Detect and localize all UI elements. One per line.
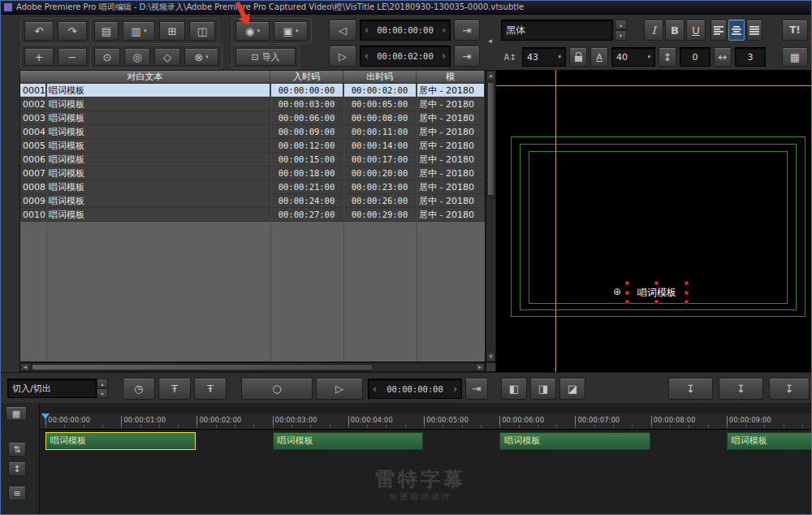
timer-button[interactable]: ◷ [123,378,155,400]
align-left-button[interactable] [710,19,727,41]
timeline-clip[interactable]: 唱词模板 [727,432,811,450]
position-center-button[interactable]: ◨ [530,378,556,400]
timeline-track[interactable]: 唱词模板唱词模板唱词模板唱词模板 [40,431,811,452]
vertical-scroll-thumb[interactable] [487,82,495,196]
text-tool-b-button[interactable]: Ŧ [194,378,227,400]
remove-row-button[interactable]: − [58,48,87,66]
insert-both-button[interactable]: ↧ [769,378,810,400]
preview-monitor[interactable]: ⊕ 唱词模板 [496,70,811,372]
resize-handle[interactable] [654,300,659,304]
current-timecode-value[interactable]: 00:00:00:00 [387,384,443,394]
vertical-scrollbar[interactable]: ▴ ▾ [486,70,496,362]
stepper-down-button[interactable]: ▾ [615,30,627,41]
import-button[interactable]: ⊡ 导入 [235,48,296,66]
align-center-button[interactable] [728,19,745,41]
resize-handle[interactable] [625,300,629,304]
apply-in-button[interactable]: ⇥ [454,19,480,41]
new-file-button[interactable]: ▤ [94,21,119,41]
horizontal-scrollbar[interactable]: ◂ ▸ [19,362,486,372]
timeline-ruler[interactable]: 00:00:00:0000:00:01:0000:00:02:0000:00:0… [40,413,811,430]
decrement-button[interactable]: ‹ [365,50,369,62]
italic-button[interactable]: I [644,19,663,41]
collapse-panel-button[interactable]: ◂ [485,32,495,50]
go-to-end-button[interactable]: ⇥ [465,378,488,400]
mark-in-button[interactable]: ◁ [329,19,356,41]
scroll-up-button[interactable]: ▴ [486,71,495,80]
decrement-button[interactable]: ‹ [365,24,369,36]
header-dialogue[interactable]: 对白文本 [20,71,270,83]
title-tool-button[interactable]: T! [782,19,808,41]
timeline-clip[interactable]: 唱词模板 [273,432,423,450]
resize-handle[interactable] [625,291,629,295]
kerning-field[interactable]: 3 [735,47,766,67]
stepper-up-button[interactable]: ▴ [615,19,627,30]
table-row[interactable]: 0001 唱词模板 00:00:00:00 00:00:02:00 居中 - 2… [20,84,485,97]
playhead[interactable] [41,413,50,419]
align-justify-button[interactable] [746,19,762,41]
table-row[interactable]: 0009 唱词模板 00:00:24:00 00:00:26:00 居中 - 2… [20,194,485,208]
kerning-button[interactable]: ↔ [714,47,732,67]
scroll-down-button[interactable]: ▾ [486,352,495,361]
check-button[interactable]: ◇ [154,48,180,66]
resize-handle[interactable] [625,281,629,285]
apply-out-button[interactable]: ⇥ [454,45,480,67]
insert-in-button[interactable]: ↧ [668,378,713,400]
resize-handle[interactable] [654,281,659,285]
save-button[interactable]: ◫ [189,21,215,41]
table-row[interactable]: 0005 唱词模板 00:00:12:00 00:00:14:00 居中 - 2… [20,139,485,153]
text-tool-a-button[interactable]: Ŧ [158,378,191,400]
increment-button[interactable]: › [453,383,457,395]
track-grid-button[interactable]: ▦ [6,406,27,421]
find-button[interactable]: ⊙ [94,48,120,66]
line-spacing-button[interactable]: ↕ [659,47,676,67]
scroll-right-button[interactable]: ▸ [475,363,485,371]
table-row[interactable]: 0003 唱词模板 00:00:06:00 00:00:08:00 居中 - 2… [20,111,485,125]
in-timecode-value[interactable]: 00:00:00:00 [377,25,434,35]
increment-button[interactable]: › [442,24,446,36]
table-row[interactable]: 0008 唱词模板 00:00:21:00 00:00:23:00 居中 - 2… [20,180,485,194]
table-row[interactable]: 0010 唱词模板 00:00:27:00 00:00:29:00 居中 - 2… [20,208,485,222]
font-size-combo[interactable]: 43 ▾ [522,47,566,67]
insert-out-button[interactable]: ↧ [719,378,763,400]
timeline-clip[interactable]: 唱词模板 [45,432,196,450]
record-button[interactable]: ○ [241,378,313,400]
header-time-in[interactable]: 入时码 [270,71,343,83]
baseline-button[interactable]: A [590,47,608,67]
outline-size-combo[interactable]: 40 ▾ [611,47,655,67]
track-list-button[interactable]: ≡ [8,486,26,500]
add-row-button[interactable]: + [24,48,54,66]
undo-button[interactable]: ↶ [24,21,54,41]
copy-button[interactable]: ⊞ [159,21,185,41]
position-left-button[interactable]: ◧ [501,378,527,400]
underline-button[interactable]: U [686,19,706,41]
table-row[interactable]: 0002 唱词模板 00:00:03:00 00:00:05:00 居中 - 2… [20,97,485,111]
table-row[interactable]: 0004 唱词模板 00:00:09:00 00:00:11:00 居中 - 2… [20,125,485,139]
header-style[interactable]: 模 [417,71,485,83]
play-button[interactable]: ▷ [316,378,363,400]
horizontal-scroll-thumb[interactable] [32,364,373,370]
mark-out-button[interactable]: ▷ [329,45,356,67]
scroll-left-button[interactable]: ◂ [20,363,30,371]
bold-button[interactable]: B [665,19,685,41]
decrement-button[interactable]: ‹ [373,383,377,395]
track-zoom-button[interactable]: ↕ [8,461,26,476]
inout-mode-combo[interactable]: 切入/切出 [7,379,97,398]
table-row[interactable]: 0007 唱词模板 00:00:18:00 00:00:20:00 居中 - 2… [20,167,485,180]
template-button[interactable]: ▣▾ [274,21,308,41]
zoom-button[interactable]: ◎ [124,48,150,66]
open-file-button[interactable]: ▥▾ [123,21,155,41]
timeline-clip[interactable]: 唱词模板 [499,432,650,450]
resize-handle[interactable] [685,281,689,285]
header-time-out[interactable]: 出时码 [343,71,417,83]
out-timecode-value[interactable]: 00:00:02:00 [377,51,434,61]
stepper-up-button[interactable]: ▴ [97,379,108,388]
position-right-button[interactable]: ◪ [559,378,585,400]
title-object[interactable]: ⊕ 唱词模板 [628,283,686,301]
table-row[interactable]: 0006 唱词模板 00:00:15:00 00:00:17:00 居中 - 2… [20,153,485,167]
increment-button[interactable]: › [442,50,446,62]
track-swap-button[interactable]: ⇅ [8,442,26,457]
redo-button[interactable]: ↷ [58,21,87,41]
resize-handle[interactable] [685,300,689,304]
stepper-down-button[interactable]: ▾ [97,388,108,398]
lock-ratio-button[interactable] [569,47,587,67]
